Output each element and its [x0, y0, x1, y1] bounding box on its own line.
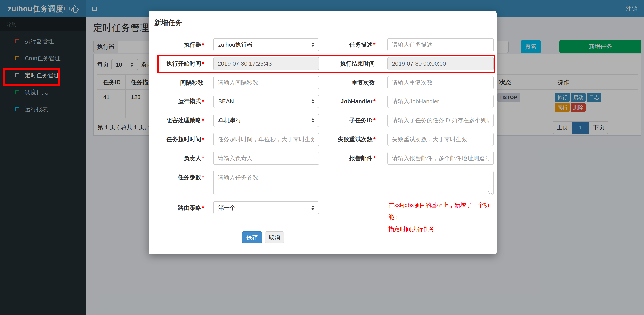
field-label-interval: 间隔秒数	[153, 76, 204, 89]
timeout-input[interactable]	[213, 133, 319, 146]
cancel-button[interactable]: 取消	[265, 231, 284, 243]
field-label-repeat-count: 重复次数	[319, 76, 376, 89]
annotation-datetime-row	[157, 55, 495, 73]
alarm-email-input[interactable]	[387, 152, 494, 165]
annotation-sidebar-timed-jobs	[4, 68, 60, 86]
modal-title: 新增任务	[154, 18, 182, 28]
block-strategy-select[interactable]: 单机串行	[213, 114, 319, 127]
field-label-run-mode: 运行模式*	[153, 95, 204, 108]
repeat-count-input[interactable]	[387, 76, 494, 89]
field-label-job-params: 任务参数*	[153, 171, 204, 184]
executor-select[interactable]: zuihou执行器	[213, 38, 319, 51]
select-spinner-icon	[311, 99, 314, 104]
add-job-modal: 新增任务 执行器* zuihou执行器 任务描述* 执行开始时间* 执行结束时间…	[148, 11, 497, 254]
owner-input[interactable]	[213, 152, 319, 165]
field-label-block-strategy: 阻塞处理策略*	[153, 114, 204, 127]
feature-note-text: 在xxl-jobs项目的基础上，新增了一个功能： 指定时间执行任务	[388, 199, 497, 235]
block-strategy-select-value: 单机串行	[218, 117, 241, 124]
save-button[interactable]: 保存	[242, 231, 262, 243]
select-spinner-icon	[311, 205, 314, 210]
field-label-timeout: 任务超时时间*	[153, 133, 204, 146]
executor-select-value: zuihou执行器	[218, 41, 252, 49]
run-mode-select-value: BEAN	[218, 98, 234, 105]
run-mode-select[interactable]: BEAN	[213, 95, 319, 108]
field-label-executor: 执行器*	[153, 38, 204, 51]
route-strategy-select[interactable]: 第一个	[213, 201, 319, 214]
field-label-retry-count: 失败重试次数*	[319, 133, 376, 146]
select-spinner-icon	[311, 118, 314, 123]
job-desc-input[interactable]	[387, 38, 494, 51]
modal-footer-divider	[148, 222, 497, 222]
jobhandler-input[interactable]	[387, 95, 494, 108]
field-label-owner: 负责人*	[153, 152, 204, 165]
field-label-job-desc: 任务描述*	[319, 38, 376, 51]
job-params-textarea[interactable]	[213, 171, 494, 195]
field-label-alarm-email: 报警邮件*	[319, 152, 376, 165]
retry-count-input[interactable]	[387, 133, 494, 146]
field-label-child-job-id: 子任务ID*	[319, 114, 376, 127]
field-label-jobhandler: JobHandler*	[319, 95, 376, 108]
route-strategy-select-value: 第一个	[218, 204, 236, 212]
child-job-id-input[interactable]	[387, 114, 494, 127]
interval-seconds-input[interactable]	[213, 76, 319, 89]
textarea-resize-grip[interactable]	[488, 190, 492, 194]
select-spinner-icon	[311, 42, 314, 47]
modal-header-divider	[148, 32, 497, 32]
field-label-route-strategy: 路由策略*	[153, 201, 204, 214]
